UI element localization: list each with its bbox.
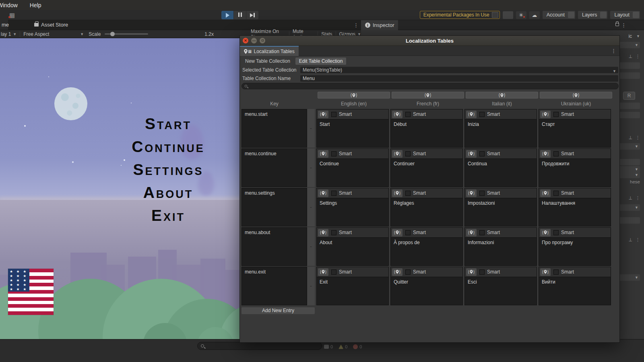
- remove-entry-button[interactable]: -: [310, 205, 312, 209]
- translation-text-area[interactable]: Вийти: [539, 277, 611, 305]
- column-settings-button[interactable]: {}: [318, 92, 390, 99]
- preset-controls[interactable]: ⊥⋮: [619, 195, 640, 201]
- smart-checkbox[interactable]: [553, 269, 559, 275]
- rotation-button[interactable]: R: [623, 92, 635, 100]
- kebab-icon[interactable]: ⋮: [636, 237, 640, 243]
- metadata-pin-button[interactable]: {}: [318, 229, 328, 237]
- smart-checkbox[interactable]: [479, 230, 485, 235]
- smart-checkbox[interactable]: [405, 112, 411, 117]
- game-menu-start[interactable]: Start: [102, 112, 235, 135]
- pause-button[interactable]: [234, 11, 246, 19]
- game-menu-continue[interactable]: Continue: [102, 135, 235, 158]
- inspector-field[interactable]: [619, 72, 640, 79]
- metadata-pin-button[interactable]: {}: [466, 111, 477, 118]
- smart-checkbox[interactable]: [405, 151, 411, 156]
- scale-slider-knob[interactable]: [110, 32, 115, 36]
- smart-checkbox[interactable]: [553, 151, 559, 156]
- smart-checkbox[interactable]: [553, 230, 559, 235]
- grid-snap-icon[interactable]: ▦: [6, 11, 18, 19]
- translation-text-area[interactable]: Налаштування: [539, 198, 611, 226]
- translation-text-area[interactable]: Про програму: [539, 237, 611, 266]
- tab-inspector[interactable]: i Inspector: [361, 20, 398, 30]
- key-cell[interactable]: menu.about: [242, 227, 307, 266]
- window-title-bar[interactable]: ✕ — Localization Tables: [240, 36, 619, 46]
- metadata-pin-button[interactable]: {}: [392, 229, 402, 237]
- kebab-icon[interactable]: ⋮: [636, 195, 640, 201]
- inspector-field[interactable]: [619, 103, 640, 109]
- smart-checkbox[interactable]: [553, 112, 559, 117]
- smart-checkbox[interactable]: [331, 230, 336, 235]
- translation-text-area[interactable]: Réglages: [390, 198, 463, 226]
- metadata-pin-button[interactable]: {}: [466, 189, 477, 197]
- kebab-icon[interactable]: ⋮: [636, 54, 640, 59]
- translation-text-area[interactable]: Старт: [539, 119, 611, 148]
- close-button[interactable]: ✕: [243, 38, 248, 43]
- inspector-dropdown[interactable]: ▼: [619, 274, 640, 281]
- column-settings-button[interactable]: {}: [392, 92, 464, 99]
- bottom-search-input[interactable]: [197, 342, 322, 350]
- kebab-icon[interactable]: ⋮: [636, 135, 640, 140]
- metadata-pin-button[interactable]: {}: [318, 111, 328, 118]
- key-cell[interactable]: menu.exit: [242, 267, 307, 305]
- remove-entry-button[interactable]: -: [310, 126, 312, 130]
- inspector-menu-icon[interactable]: ⋮: [621, 20, 626, 30]
- column-settings-button[interactable]: {}: [540, 92, 612, 99]
- static-dropdown[interactable]: ic▼: [619, 33, 640, 39]
- aspect-dropdown[interactable]: Free Aspect▼: [23, 31, 84, 37]
- smart-checkbox[interactable]: [479, 112, 485, 117]
- metadata-pin-button[interactable]: {}: [540, 150, 551, 158]
- smart-checkbox[interactable]: [479, 151, 485, 156]
- play-button[interactable]: [221, 11, 233, 19]
- selected-collection-dropdown[interactable]: Menu(StringTable) ▼: [300, 67, 618, 73]
- translation-text-area[interactable]: Exit: [316, 277, 389, 305]
- smart-checkbox[interactable]: [405, 191, 411, 196]
- cloud-icon[interactable]: ☁: [529, 11, 540, 19]
- smart-checkbox[interactable]: [405, 269, 411, 275]
- inspector-field[interactable]: [619, 217, 640, 224]
- table-search-input[interactable]: [242, 83, 619, 89]
- console-messages-badge[interactable]: 0: [324, 344, 333, 349]
- translation-text-area[interactable]: Inizia: [464, 119, 537, 148]
- smart-checkbox[interactable]: [479, 191, 485, 196]
- metadata-pin-button[interactable]: {}: [540, 268, 551, 276]
- translation-text-area[interactable]: Esci: [464, 277, 537, 305]
- inspector-field[interactable]: [619, 159, 640, 165]
- inspector-dropdown[interactable]: ▼: [619, 172, 640, 178]
- menu-help[interactable]: Help: [30, 2, 41, 8]
- console-errors-badge[interactable]: 0: [353, 344, 362, 349]
- translation-text-area[interactable]: Settings: [316, 198, 389, 226]
- preset-controls[interactable]: ⊥⋮: [619, 53, 640, 60]
- translation-text-area[interactable]: Continue: [316, 158, 389, 187]
- metadata-pin-button[interactable]: {}: [540, 189, 551, 197]
- smart-checkbox[interactable]: [331, 112, 336, 117]
- translation-text-area[interactable]: Продовжити: [539, 158, 611, 187]
- translation-text-area[interactable]: Début: [390, 119, 463, 148]
- translation-text-area[interactable]: Continua: [464, 158, 537, 187]
- translation-text-area[interactable]: Continuer: [390, 158, 463, 187]
- inspector-field[interactable]: [619, 112, 640, 118]
- add-new-entry-button[interactable]: Add New Entry: [242, 307, 315, 314]
- preset-controls[interactable]: ⊥⋮: [619, 134, 640, 141]
- layers-dropdown[interactable]: Layers: [578, 11, 608, 19]
- game-menu-settings[interactable]: Settings: [102, 158, 235, 181]
- key-cell[interactable]: menu.settings: [242, 188, 307, 226]
- remove-entry-button[interactable]: -: [310, 284, 312, 288]
- translation-text-area[interactable]: Impostazioni: [464, 198, 537, 226]
- metadata-pin-button[interactable]: {}: [318, 268, 328, 276]
- scale-slider[interactable]: [105, 33, 148, 35]
- translation-text-area[interactable]: Informazioni: [464, 237, 537, 266]
- metadata-pin-button[interactable]: {}: [540, 229, 551, 237]
- lock-icon[interactable]: [615, 23, 619, 26]
- edit-table-collection-button[interactable]: Edit Table Collection: [295, 58, 347, 65]
- metadata-pin-button[interactable]: {}: [466, 229, 477, 237]
- window-menu-icon[interactable]: ⋮: [611, 46, 616, 56]
- remove-entry-button[interactable]: -: [310, 166, 312, 170]
- account-dropdown[interactable]: Account: [543, 11, 575, 19]
- console-warnings-badge[interactable]: 0: [339, 344, 347, 349]
- column-settings-button[interactable]: {}: [466, 92, 538, 99]
- tab-game[interactable]: me: [0, 20, 8, 30]
- smart-checkbox[interactable]: [331, 151, 336, 156]
- maximize-button[interactable]: [260, 38, 265, 43]
- new-table-collection-button[interactable]: New Table Collection: [242, 58, 294, 65]
- inspector-dropdown[interactable]: ▼: [619, 204, 640, 211]
